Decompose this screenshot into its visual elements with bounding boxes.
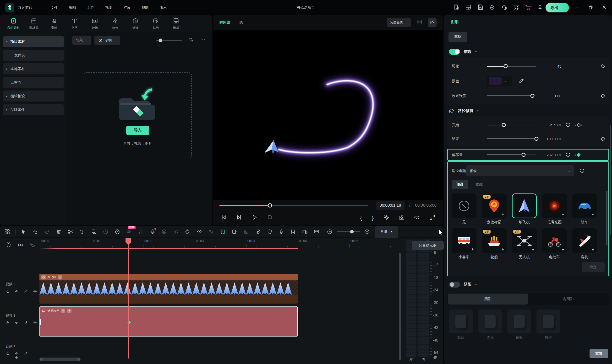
shadow-preset[interactable]: 投射 bbox=[536, 310, 560, 340]
delete-icon[interactable] bbox=[56, 229, 62, 234]
image-overlay-icon[interactable] bbox=[243, 229, 249, 234]
ai-audio-icon[interactable] bbox=[150, 229, 155, 234]
preset-plane[interactable]: 纸飞机 bbox=[512, 194, 537, 224]
lock-icon[interactable] bbox=[6, 289, 10, 294]
clip-trim-handle[interactable] bbox=[40, 319, 41, 325]
split-icon[interactable] bbox=[68, 229, 73, 234]
playhead-handle[interactable] bbox=[125, 238, 132, 246]
tab-timeline-preview[interactable]: 时间线 bbox=[219, 20, 230, 25]
tab-shadow[interactable]: 阴影 bbox=[448, 294, 528, 305]
effects-toggle-icon[interactable] bbox=[24, 289, 28, 294]
speaker-icon[interactable] bbox=[15, 289, 19, 294]
media-tab-my-media[interactable]: 我的素材 bbox=[3, 18, 24, 30]
screen-record-icon[interactable] bbox=[302, 229, 308, 234]
preset-none[interactable]: 无 bbox=[452, 194, 476, 224]
lock-icon[interactable] bbox=[6, 351, 10, 356]
keyframe-diamond[interactable] bbox=[127, 320, 132, 325]
media-tab-stock[interactable]: 素材库 bbox=[24, 18, 44, 30]
playback-settings-icon[interactable] bbox=[383, 214, 390, 222]
color-dropdown[interactable]: ⌄ bbox=[487, 76, 512, 86]
play-button[interactable] bbox=[251, 214, 258, 222]
speaker-icon[interactable] bbox=[15, 321, 19, 326]
stop-button[interactable] bbox=[266, 214, 273, 222]
face-effect-icon[interactable] bbox=[161, 229, 167, 234]
mute-icon[interactable] bbox=[414, 214, 420, 222]
preset-pin[interactable]: VIP定位标记 bbox=[482, 194, 507, 224]
timeline-vertical-scrollbar[interactable] bbox=[399, 253, 401, 360]
menu-item[interactable]: 版本 bbox=[160, 5, 167, 10]
view-mode-icon[interactable] bbox=[4, 229, 10, 234]
offset-value[interactable]: 282.00 bbox=[546, 153, 558, 157]
shadow-toggle[interactable] bbox=[449, 282, 460, 287]
render-preview-icon[interactable] bbox=[255, 229, 261, 234]
menu-item[interactable]: 工具 bbox=[87, 5, 94, 10]
feather-value[interactable]: 45 bbox=[536, 64, 561, 68]
mask-icon[interactable] bbox=[91, 229, 97, 234]
stroke-toggle[interactable] bbox=[449, 49, 460, 55]
keyframe-icon[interactable] bbox=[600, 64, 605, 68]
end-value[interactable]: 100.00 bbox=[546, 137, 558, 141]
video-viewport[interactable] bbox=[213, 30, 443, 200]
select-tool-icon[interactable] bbox=[21, 229, 27, 234]
track-manager-icon[interactable] bbox=[30, 242, 35, 249]
eyedropper-icon[interactable] bbox=[519, 78, 524, 84]
menu-item[interactable]: 扩展 bbox=[123, 5, 131, 10]
keyframe-icon-active[interactable] bbox=[576, 153, 581, 157]
intensity-value[interactable]: 1.00 bbox=[536, 94, 561, 98]
layout-icon[interactable] bbox=[465, 4, 471, 11]
tab-source-preview[interactable]: 源 bbox=[239, 20, 243, 25]
text-tool-icon[interactable] bbox=[79, 229, 85, 234]
properties-scrollbar[interactable] bbox=[610, 125, 611, 235]
cart-icon[interactable] bbox=[525, 4, 531, 11]
effects-toggle-icon[interactable] bbox=[24, 351, 28, 356]
shadow-preset[interactable]: 柔和 bbox=[478, 310, 502, 340]
bind-button[interactable]: 绑定 bbox=[582, 262, 605, 272]
sidebar-item[interactable]: ▾项目素材 bbox=[3, 36, 64, 47]
add-track-button[interactable]: + bbox=[15, 354, 18, 361]
snapshot-icon[interactable] bbox=[398, 214, 405, 222]
media-tab-templates[interactable]: 模板 bbox=[166, 18, 186, 30]
previous-frame-button[interactable] bbox=[220, 214, 227, 222]
razor-split-icon[interactable] bbox=[220, 229, 226, 234]
preset-scooter[interactable]: 电动车 bbox=[542, 228, 567, 259]
timeline-horizontal-scrollbar[interactable] bbox=[40, 358, 81, 361]
ai-paint-icon[interactable] bbox=[185, 229, 190, 234]
path-follow-dropdown[interactable]: 预设⌄ bbox=[466, 165, 574, 176]
tab-basic[interactable]: 基础 bbox=[449, 32, 467, 42]
tab-favorites[interactable]: 收藏 bbox=[476, 182, 483, 187]
text-to-speech-icon[interactable] bbox=[173, 229, 179, 234]
effects-toggle-icon[interactable] bbox=[24, 321, 28, 326]
link-clips-icon[interactable] bbox=[18, 242, 23, 249]
redo-icon[interactable] bbox=[44, 229, 50, 234]
clip-pen-path[interactable]: 钢笔路径 bbox=[40, 306, 298, 337]
zoom-in-icon[interactable] bbox=[364, 229, 370, 234]
media-tab-text[interactable]: 文字 bbox=[64, 18, 85, 30]
reset-icon[interactable] bbox=[565, 152, 571, 158]
sidebar-item[interactable]: ▸本地素材 bbox=[3, 63, 64, 74]
media-tab-stickers[interactable]: 贴纸 bbox=[146, 18, 166, 30]
keyframe-tool-icon[interactable] bbox=[196, 229, 202, 234]
preset-drone[interactable]: VIP无人机 bbox=[512, 228, 537, 259]
zoom-out-icon[interactable] bbox=[327, 229, 333, 234]
offset-slider[interactable] bbox=[487, 155, 536, 155]
keyframe-icon[interactable] bbox=[600, 94, 605, 98]
export-frame-icon[interactable] bbox=[232, 229, 237, 234]
next-frame-button[interactable] bbox=[236, 214, 242, 222]
seek-bar[interactable] bbox=[219, 205, 368, 206]
sidebar-item[interactable]: 文件夹 bbox=[3, 50, 64, 61]
account-icon[interactable] bbox=[537, 4, 543, 11]
minimize-button[interactable] bbox=[575, 5, 580, 11]
start-value[interactable]: 34.40 bbox=[549, 123, 558, 127]
menu-item[interactable]: 文件 bbox=[51, 5, 58, 10]
menu-item[interactable]: 帮助 bbox=[142, 5, 149, 10]
lock-icon[interactable] bbox=[6, 321, 10, 326]
filter-icon[interactable] bbox=[188, 37, 194, 44]
close-button[interactable] bbox=[601, 5, 607, 11]
multi-view-icon[interactable] bbox=[416, 19, 423, 26]
export-button[interactable]: 导出⌄ bbox=[545, 3, 569, 13]
menu-item[interactable]: 视图 bbox=[105, 5, 112, 10]
sidebar-item[interactable]: 云空间 bbox=[3, 77, 64, 88]
reset-icon[interactable] bbox=[579, 168, 585, 174]
record-dropdown-button[interactable]: 录制⌄ bbox=[95, 36, 120, 45]
current-timecode[interactable]: 00:00:01:18 bbox=[376, 201, 405, 210]
